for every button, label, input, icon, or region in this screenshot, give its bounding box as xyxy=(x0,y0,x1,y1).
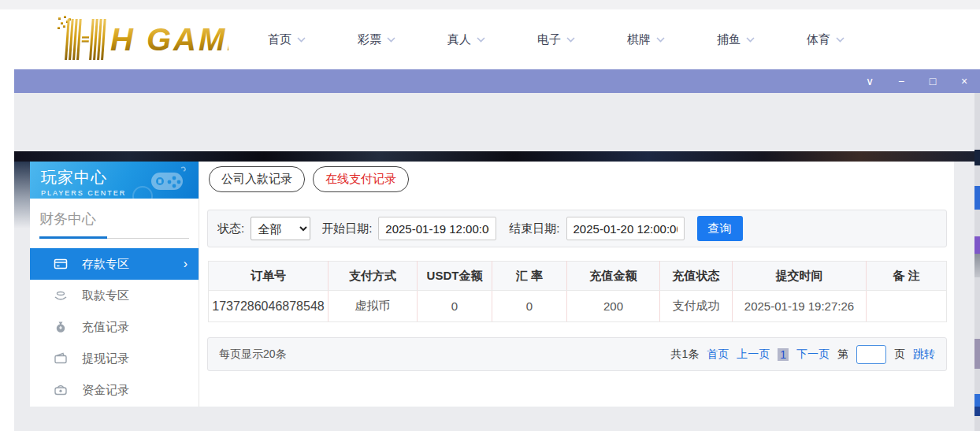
search-button[interactable]: 查询 xyxy=(697,216,743,241)
nav-item-home[interactable]: 首页 xyxy=(268,32,306,47)
col-order-no: 订单号 xyxy=(209,262,329,291)
fragment xyxy=(974,150,980,165)
first-page-link[interactable]: 首页 xyxy=(707,347,729,362)
sidebar-item-recharge-records[interactable]: 充值记录 xyxy=(30,311,199,343)
cell-recharge-status: 支付成功 xyxy=(660,291,733,322)
chevron-down-icon xyxy=(477,37,485,43)
col-recharge-status: 充值状态 xyxy=(660,262,733,291)
fragment xyxy=(974,394,980,407)
menu-label: 充值记录 xyxy=(82,320,129,335)
payment-records-table: 订单号 支付方式 USDT金额 汇 率 充值金额 充值状态 提交时间 备 注 1… xyxy=(208,261,947,322)
col-recharge-amount: 充值金额 xyxy=(567,262,660,291)
status-label: 状态: xyxy=(217,221,244,236)
records-content: 公司入款记录 在线支付记录 状态: 全部 开始日期: 结束日期: 查询 xyxy=(199,162,954,407)
jump-prefix-label: 第 xyxy=(837,347,848,362)
players-center-header: 玩家中心 PLAYERS CENTER xyxy=(30,162,199,199)
section-underline xyxy=(39,236,189,239)
nav-label: 真人 xyxy=(447,32,471,47)
cell-pay-method: 虚拟币 xyxy=(329,291,418,322)
table-row: 1737286046878548 虚拟币 0 0 200 支付成功 2025-0… xyxy=(209,291,947,322)
window-minimize-icon[interactable]: − xyxy=(895,76,908,87)
nav-item-chess[interactable]: 棋牌 xyxy=(627,32,665,47)
finance-center-label: 财务中心 xyxy=(30,199,199,229)
start-date-label: 开始日期: xyxy=(321,221,372,236)
fragment xyxy=(974,407,980,416)
nav-item-live[interactable]: 真人 xyxy=(447,32,485,47)
prev-page-link[interactable]: 上一页 xyxy=(737,347,770,362)
jump-page-input[interactable] xyxy=(856,345,886,364)
pager-controls: 共1条 首页 上一页 1 下一页 第 页 跳转 xyxy=(670,345,935,364)
col-exchange-rate: 汇 率 xyxy=(492,262,567,291)
next-page-link[interactable]: 下一页 xyxy=(796,347,830,362)
pagination-bar: 每页显示20条 共1条 首页 上一页 1 下一页 第 页 跳转 xyxy=(207,337,947,371)
player-center-panel: 玩家中心 PLAYERS CENTER xyxy=(30,162,954,407)
menu-label: 存款专区 xyxy=(82,257,129,272)
sidebar-item-withdrawal-records[interactable]: 提现记录 xyxy=(30,343,199,374)
top-strip xyxy=(0,0,980,9)
window-close-icon[interactable]: × xyxy=(958,76,971,87)
chevron-down-icon xyxy=(836,37,845,43)
nav-item-lottery[interactable]: 彩票 xyxy=(358,32,395,47)
nav-label: 体育 xyxy=(807,32,830,47)
window-dropdown-icon[interactable]: ∨ xyxy=(863,76,876,87)
nav-label: 棋牌 xyxy=(627,32,651,47)
record-tabs: 公司入款记录 在线支付记录 xyxy=(209,166,409,192)
nav-label: 电子 xyxy=(537,32,561,47)
dark-banner-strip xyxy=(14,151,974,162)
cell-order-no: 1737286046878548 xyxy=(209,291,329,322)
table-header-row: 订单号 支付方式 USDT金额 汇 率 充值金额 充值状态 提交时间 备 注 xyxy=(209,262,947,291)
nav-label: 彩票 xyxy=(358,32,381,47)
start-date-input[interactable] xyxy=(378,217,496,240)
window-titlebar: ∨ − □ × xyxy=(14,69,980,93)
tab-company-deposit-records[interactable]: 公司入款记录 xyxy=(209,166,305,192)
fragment xyxy=(974,236,980,254)
window-maximize-icon[interactable]: □ xyxy=(926,76,939,87)
cell-remark xyxy=(867,291,947,322)
sidebar-menu: 存款专区 › 取款专区 充值记录 xyxy=(30,248,199,406)
end-date-input[interactable] xyxy=(566,217,685,240)
chevron-down-icon xyxy=(566,37,575,43)
cell-recharge-amount: 200 xyxy=(567,291,660,322)
logo-text: H GAME xyxy=(110,22,228,57)
menu-label: 取款专区 xyxy=(82,288,129,303)
sidebar: 玩家中心 PLAYERS CENTER xyxy=(30,162,199,407)
nav-item-sports[interactable]: 体育 xyxy=(807,32,845,47)
current-page-indicator: 1 xyxy=(778,348,789,361)
sidebar-item-deposit-zone[interactable]: 存款专区 › xyxy=(30,248,199,280)
wallet-icon xyxy=(54,351,68,366)
window-controls: ∨ − □ × xyxy=(863,69,971,93)
menu-label: 提现记录 xyxy=(82,351,129,366)
col-pay-method: 支付方式 xyxy=(329,262,418,291)
jump-suffix-label: 页 xyxy=(894,347,905,362)
hh-game-logo-icon: H GAME xyxy=(57,16,228,60)
deposit-card-icon xyxy=(54,257,68,271)
end-date-label: 结束日期: xyxy=(509,221,559,236)
nav-item-fishing[interactable]: 捕鱼 xyxy=(717,32,755,47)
jump-button[interactable]: 跳转 xyxy=(913,347,935,362)
fragment xyxy=(974,186,980,210)
chevron-down-icon xyxy=(387,37,395,43)
sidebar-item-funds-records[interactable]: 资金记录 xyxy=(30,374,199,406)
withdraw-hand-icon xyxy=(54,288,68,303)
cell-exchange-rate: 0 xyxy=(492,291,567,322)
status-select[interactable]: 全部 xyxy=(251,217,310,240)
menu-label: 资金记录 xyxy=(82,383,129,398)
nav-item-slots[interactable]: 电子 xyxy=(537,32,575,47)
left-fade-decor xyxy=(14,162,30,229)
site-logo[interactable]: H GAME xyxy=(57,16,228,63)
sidebar-item-withdraw-zone[interactable]: 取款专区 xyxy=(30,280,199,311)
nav-label: 捕鱼 xyxy=(717,32,741,47)
moneybag-icon xyxy=(54,320,68,334)
chevron-down-icon xyxy=(746,37,755,43)
site-navbar: H GAME 首页 彩票 真人 电子 棋牌 xyxy=(0,9,980,69)
col-submit-time: 提交时间 xyxy=(733,262,867,291)
gamepad-icon xyxy=(147,166,187,195)
fragment xyxy=(974,254,980,277)
chevron-down-icon xyxy=(656,37,665,43)
fragment xyxy=(974,339,980,369)
cell-usdt-amount: 0 xyxy=(418,291,492,322)
per-page-label: 每页显示20条 xyxy=(219,347,287,362)
tab-online-payment-records[interactable]: 在线支付记录 xyxy=(313,166,409,192)
chevron-right-icon: › xyxy=(184,258,187,270)
col-usdt-amount: USDT金额 xyxy=(418,262,492,291)
